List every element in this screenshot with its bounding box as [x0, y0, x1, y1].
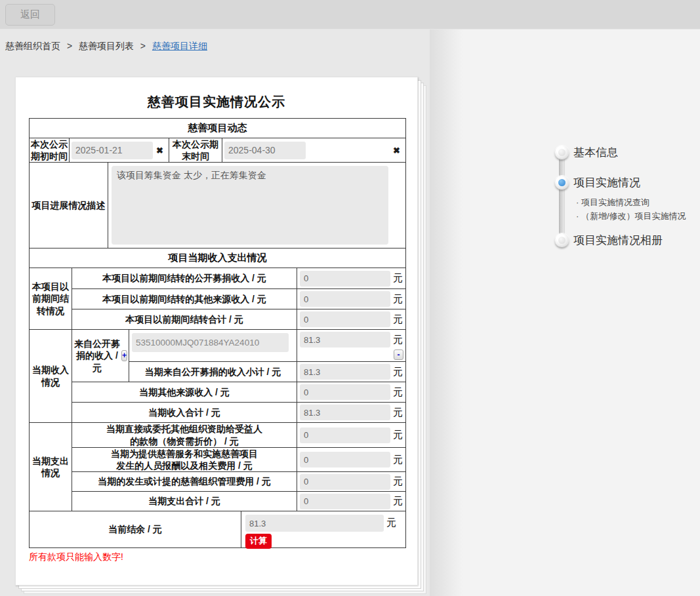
- balance-input[interactable]: [245, 515, 384, 532]
- unit-yuan: 元: [391, 313, 404, 326]
- income-total-label: 当期收入合计 / 元: [72, 403, 297, 422]
- unit-yuan: 元: [391, 454, 404, 466]
- public-income-subtotal-label: 当期来自公开募捐的收入小计 / 元: [129, 362, 297, 382]
- unit-yuan: 元: [391, 386, 404, 399]
- panel-divider-gradient: [430, 30, 463, 596]
- calculate-button[interactable]: 计算: [245, 534, 272, 549]
- donation-amount-cell: 元 -: [297, 330, 405, 361]
- unit-yuan: 元: [391, 495, 404, 507]
- expense-beneficiary-cell: 元: [297, 423, 405, 447]
- balance-cell: 元 计算: [241, 511, 405, 547]
- expense-admin-input[interactable]: [300, 474, 390, 490]
- step-sub-implementation-edit[interactable]: · （新增/修改）项目实施情况: [576, 211, 686, 221]
- carryover-public-input[interactable]: [300, 271, 390, 287]
- expense-total-input[interactable]: [300, 494, 390, 509]
- progress-desc-cell: 该项目筹集资金 太少，正在筹集资金: [108, 163, 405, 248]
- breadcrumb-project-detail[interactable]: 慈善项目详细: [152, 41, 207, 51]
- income-total-cell: 元: [297, 403, 405, 422]
- step-album[interactable]: 项目实施情况相册: [573, 233, 663, 247]
- step-navigation: 基本信息 项目实施情况 · 项目实施情况查询 · （新增/修改）项目实施情况 项…: [554, 144, 700, 256]
- unit-yuan: 元: [391, 366, 404, 378]
- carryover-group-label: 本项目以前期间结转情况: [30, 268, 72, 329]
- form-title: 慈善项目实施情况公示: [16, 93, 417, 111]
- start-date-label: 本次公示期初时间: [30, 138, 69, 162]
- expense-staff-label: 当期为提供慈善服务和实施慈善项目 发生的人员报酬以及相关费用 / 元: [72, 448, 297, 471]
- clear-end-date-icon[interactable]: ✖: [393, 146, 400, 155]
- breadcrumb-project-list[interactable]: 慈善项目列表: [79, 41, 134, 51]
- progress-desc-textarea[interactable]: 该项目筹集资金 太少，正在筹集资金: [112, 166, 388, 245]
- breadcrumb-separator: >: [140, 41, 146, 51]
- carryover-public-label: 本项目以前期间结转的公开募捐收入 / 元: [72, 268, 297, 288]
- public-income-subtotal-cell: 元: [297, 362, 405, 382]
- carryover-total-label: 本项目以前期间结转合计 / 元: [72, 309, 297, 329]
- remove-donation-button[interactable]: -: [394, 349, 403, 360]
- unit-yuan: 元: [391, 293, 404, 306]
- start-date-input[interactable]: [72, 142, 153, 159]
- unit-yuan: 元: [384, 517, 398, 529]
- donation-code-cell: [129, 330, 297, 361]
- income-group-label: 当期收入情况: [30, 330, 72, 422]
- publicity-table: 慈善项目动态 本次公示期初时间 ✖ 本次公示期末时间 ✖ 项目进展情况描述 该项…: [29, 118, 406, 548]
- step-sub-implementation-query[interactable]: · 项目实施情况查询: [576, 197, 649, 207]
- top-toolbar: 返回: [0, 0, 700, 30]
- expense-admin-label: 当期的发生或计提的慈善组织管理费用 / 元: [72, 472, 297, 491]
- income-total-input[interactable]: [300, 405, 390, 420]
- publicity-form-card: 慈善项目实施情况公示 慈善项目动态 本次公示期初时间 ✖ 本次公示期末时间 ✖ …: [15, 77, 418, 586]
- step-dot-album[interactable]: [555, 233, 569, 247]
- add-donation-button[interactable]: +: [121, 350, 127, 361]
- unit-yuan: 元: [391, 475, 404, 488]
- clear-start-date-icon[interactable]: ✖: [156, 146, 163, 155]
- unit-yuan: 元: [391, 334, 404, 346]
- start-date-cell: ✖: [69, 138, 169, 162]
- expense-staff-cell: 元: [297, 448, 405, 471]
- step-implementation[interactable]: 项目实施情况: [573, 176, 640, 189]
- expense-total-label: 当期支出合计 / 元: [72, 492, 297, 511]
- donation-code-input[interactable]: [132, 333, 289, 352]
- carryover-total-cell: 元: [297, 309, 405, 329]
- section-header-finance: 项目当期收入支出情况: [30, 248, 405, 268]
- breadcrumb: 慈善组织首页 > 慈善项目列表 > 慈善项目详细: [5, 41, 207, 52]
- expense-total-cell: 元: [297, 492, 405, 511]
- other-income-input[interactable]: [300, 384, 390, 400]
- carryover-other-label: 本项目以前期间结转的其他来源收入 / 元: [72, 289, 297, 309]
- expense-group-label: 当期支出情况: [30, 423, 72, 511]
- progress-desc-label: 项目进展情况描述: [30, 163, 108, 248]
- other-income-cell: 元: [297, 382, 405, 402]
- breadcrumb-separator: >: [67, 41, 72, 51]
- public-income-subtotal-input[interactable]: [300, 364, 390, 380]
- end-date-cell: ✖: [222, 138, 405, 162]
- unit-yuan: 元: [391, 429, 404, 441]
- numeric-only-warning: 所有款项只能输入数字!: [29, 551, 123, 563]
- step-basic-info[interactable]: 基本信息: [573, 146, 618, 159]
- end-date-input[interactable]: [224, 142, 306, 159]
- unit-yuan: 元: [391, 272, 404, 285]
- donation-amount-input[interactable]: [300, 332, 390, 348]
- step-dot-basic-info[interactable]: [555, 146, 569, 159]
- carryover-other-cell: 元: [297, 289, 405, 309]
- public-income-label: 来自公开募捐的收入 / 元+: [72, 330, 129, 382]
- step-dot-implementation[interactable]: [555, 176, 569, 189]
- expense-staff-input[interactable]: [300, 452, 390, 467]
- back-button[interactable]: 返回: [5, 4, 55, 26]
- section-header-dynamics: 慈善项目动态: [30, 119, 405, 138]
- carryover-public-cell: 元: [297, 268, 405, 288]
- expense-admin-cell: 元: [297, 472, 405, 491]
- expense-beneficiary-input[interactable]: [300, 427, 390, 443]
- public-income-label-text: 来自公开募捐的收入 / 元: [73, 338, 121, 374]
- unit-yuan: 元: [391, 407, 404, 419]
- carryover-total-input[interactable]: [300, 311, 390, 327]
- balance-label: 当前结余 / 元: [30, 511, 241, 547]
- breadcrumb-home[interactable]: 慈善组织首页: [5, 41, 60, 51]
- other-income-label: 当期其他来源收入 / 元: [72, 382, 297, 402]
- carryover-other-input[interactable]: [300, 291, 390, 307]
- expense-beneficiary-label: 当期直接或委托其他组织资助给受益人 的款物（物资需折价） / 元: [72, 423, 297, 447]
- end-date-label: 本次公示期末时间: [169, 138, 222, 162]
